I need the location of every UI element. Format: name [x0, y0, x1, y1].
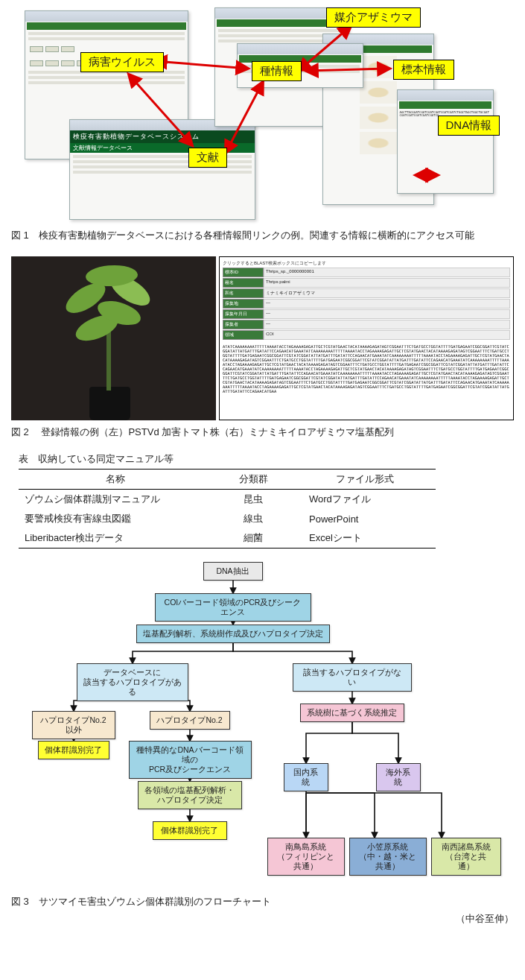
flowchart: DNA抽出 COIバーコード領域のPCR及びシークエンス 塩基配列解析、系統樹作…	[25, 562, 501, 890]
node-minamitori: 南鳥島系統（フィリピンと共通）	[267, 838, 345, 876]
manuals-table: 名称 分類群 ファイル形式 ゾウムシ個体群識別マニュアル 昆虫 Wordファイル…	[19, 469, 436, 549]
label-virus: 病害ウイルス	[80, 52, 164, 72]
system-title: 検疫有害動植物データベースシステム	[70, 130, 255, 143]
node-ogasawara: 小笠原系統（中・越・米と共通）	[349, 838, 427, 876]
cell-group: 昆虫	[212, 490, 294, 510]
cell-name: ゾウムシ個体群識別マニュアル	[19, 490, 212, 510]
node-specific-pcr: 種特異的なDNAバーコード領域のPCR及びシークエンス	[129, 741, 252, 779]
figure-1-collage: 検疫有害動植物データベースシステム 文献情報データベース AGCTTACGGAT…	[25, 7, 501, 224]
table-row: ゾウムシ個体群識別マニュアル 昆虫 Wordファイル	[19, 490, 436, 510]
cell-group: 細菌	[212, 528, 294, 549]
node-haplo-other: ハプロタイプNo.2以外	[32, 711, 115, 739]
col-group: 分類群	[212, 470, 294, 490]
figure-1-caption: 図 1 検疫有害動植物データベースにおける各種情報間リンクの例。関連する情報に横…	[11, 228, 514, 243]
node-seq-analysis: 塩基配列解析、系統樹作成及びハプロタイプ決定	[136, 625, 330, 643]
col-name: 名称	[19, 470, 212, 490]
plant-photo	[11, 256, 216, 420]
cell-format: PowerPoint	[294, 509, 436, 528]
meta-key: 領域	[223, 330, 264, 340]
col-format: ファイル形式	[294, 470, 436, 490]
meta-key: 標本ID	[223, 268, 264, 277]
seq-meta-row: 和名ミナミキイロアザミウマ	[223, 288, 510, 298]
sequence-block: ATATCAAAAAAAATTTTTAAAATACCTAGAAAAGAGATTG…	[223, 344, 510, 394]
seq-meta-row: 採集地—	[223, 299, 510, 309]
author: （中谷至伸）	[11, 912, 514, 926]
node-haplo-2: ハプロタイプNo.2	[150, 711, 230, 730]
figure-3-caption: 図 3 サツマイモ害虫ゾウムシ個体群識別のフローチャート	[11, 894, 514, 909]
node-domestic: 国内系統	[284, 763, 328, 791]
label-specimen: 標本情報	[393, 60, 454, 80]
label-dna: DNA情報	[438, 116, 500, 136]
table-row: Liberibacter検出データ 細菌 Excelシート	[19, 528, 436, 549]
label-vector: 媒介アザミウマ	[326, 7, 421, 28]
cell-name: 要警戒検疫有害線虫図鑑	[19, 509, 212, 528]
cell-format: Excelシート	[294, 528, 436, 549]
node-done-2: 個体群識別完了	[153, 821, 227, 840]
meta-val: Thrips_sp._0000000001	[264, 268, 510, 277]
meta-key: 採集地	[223, 299, 264, 309]
node-coi-pcr: COIバーコード領域のPCR及びシークエンス	[155, 593, 311, 622]
figure-2-section: クリックするとBLAST検索ボックスにコピーします 標本IDThrips_sp.…	[11, 256, 514, 440]
meta-key: 種名	[223, 278, 264, 288]
meta-val: —	[264, 309, 510, 319]
meta-val: —	[264, 320, 510, 329]
node-overseas: 海外系統	[376, 763, 421, 791]
node-region-haplo: 各領域の塩基配列解析・ハプロタイプ決定	[138, 781, 242, 809]
node-dna-extract: DNA抽出	[203, 562, 263, 581]
table-title: 表 収納している同定マニュアル等	[19, 452, 514, 466]
node-phylo: 系統樹に基づく系統推定	[300, 704, 404, 722]
meta-val: COI	[264, 330, 510, 340]
meta-key: 採集年月日	[223, 309, 264, 319]
seq-meta-row: 採集年月日—	[223, 309, 510, 319]
manuals-table-section: 表 収納している同定マニュアル等 名称 分類群 ファイル形式 ゾウムシ個体群識別…	[11, 452, 514, 549]
seq-meta-row: 領域COI	[223, 330, 510, 340]
seq-meta-row: 採集者—	[223, 320, 510, 329]
cell-name: Liberibacter検出データ	[19, 528, 212, 549]
screenshot-dna: AGCTTACGGATCGATCGATCGATCGATCGATCTAGCTAGC…	[397, 89, 494, 194]
cell-format: Wordファイル	[294, 490, 436, 510]
label-species: 種情報	[252, 61, 302, 81]
node-nansei: 南西諸島系統（台湾と共通）	[431, 838, 501, 876]
figure-1-section: 検疫有害動植物データベースシステム 文献情報データベース AGCTTACGGAT…	[11, 7, 514, 243]
node-done-1: 個体群識別完了	[38, 741, 109, 759]
meta-val: Thrips palmi	[264, 278, 510, 288]
seq-hint: クリックするとBLAST検索ボックスにコピーします	[223, 260, 510, 267]
label-literature: 文献	[188, 148, 227, 168]
seq-meta-row: 種名Thrips palmi	[223, 278, 510, 288]
seq-meta-row: 標本IDThrips_sp._0000000001	[223, 268, 510, 277]
meta-key: 和名	[223, 288, 264, 298]
table-row: 要警戒検疫有害線虫図鑑 線虫 PowerPoint	[19, 509, 436, 528]
cell-group: 線虫	[212, 509, 294, 528]
node-has-haplo: データベースに該当するハプロタイプがある	[77, 663, 188, 701]
figure-2-caption: 図 2 登録情報の例（左）PSTVd 加害トマト株（右）ミナミキイロアザミウマ塩…	[11, 425, 514, 440]
screenshot-literature: 検疫有害動植物データベースシステム 文献情報データベース	[69, 119, 255, 220]
node-no-haplo: 該当するハプロタイプがない	[293, 663, 412, 692]
sequence-panel: クリックするとBLAST検索ボックスにコピーします 標本IDThrips_sp.…	[219, 256, 514, 420]
figure-2-row: クリックするとBLAST検索ボックスにコピーします 標本IDThrips_sp.…	[11, 256, 514, 420]
meta-val: ミナミキイロアザミウマ	[264, 288, 510, 298]
meta-key: 採集者	[223, 320, 264, 329]
figure-3-section: DNA抽出 COIバーコード領域のPCR及びシークエンス 塩基配列解析、系統樹作…	[11, 562, 514, 926]
meta-val: —	[264, 299, 510, 309]
